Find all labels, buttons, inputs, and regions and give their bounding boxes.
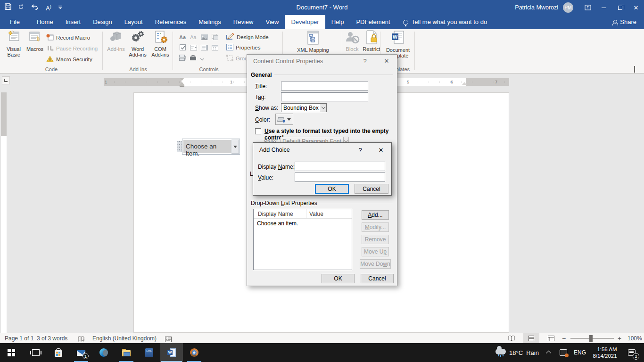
zoom-slider-thumb[interactable] — [589, 335, 593, 342]
share-button[interactable]: Share — [612, 15, 636, 29]
tab-developer[interactable]: Developer — [285, 15, 325, 29]
ccp-cancel-button[interactable]: Cancel — [361, 274, 394, 283]
word-count[interactable]: 3 of 3 words — [37, 333, 67, 344]
control-repeating-icon[interactable] — [178, 54, 187, 62]
list-item[interactable]: Choose an item. — [254, 219, 352, 227]
macro-security-button[interactable]: Macro Security — [46, 56, 92, 63]
mail-taskbar-button[interactable]: 1 — [70, 343, 92, 362]
web-layout-button[interactable] — [543, 333, 559, 344]
control-buildingblock-icon[interactable] — [211, 33, 219, 41]
tab-layout[interactable]: Layout — [118, 15, 149, 29]
properties-button[interactable]: Properties — [226, 44, 260, 51]
choices-list[interactable]: Display Name Value Choose an item. — [253, 209, 352, 270]
edge-taskbar-button[interactable] — [92, 343, 115, 362]
tab-stop-selector[interactable] — [2, 76, 10, 84]
value-input[interactable] — [295, 173, 385, 182]
store-taskbar-button[interactable] — [47, 343, 70, 362]
signed-in-user[interactable]: Patricia Mworozi — [515, 4, 558, 11]
tell-me-box[interactable]: Tell me what you want to do — [403, 15, 487, 29]
add-choice-cancel-button[interactable]: Cancel — [355, 184, 388, 194]
right-indent-marker[interactable] — [462, 82, 467, 85]
macros-button[interactable]: Macros — [25, 30, 44, 52]
record-macro-button[interactable]: Record Macro — [46, 34, 90, 41]
restrict-editing-button[interactable]: Restrict — [363, 30, 380, 52]
com-add-ins-button[interactable]: COM Add-ins — [149, 30, 171, 58]
zoom-level[interactable]: 100% — [627, 333, 642, 344]
tab-design[interactable]: Design — [87, 15, 118, 29]
tray-overflow-button[interactable] — [543, 343, 555, 362]
visual-basic-button[interactable]: Visual Basic — [3, 30, 25, 58]
ccp-dialog-title[interactable]: Content Control Properties — [247, 55, 397, 68]
ccp-close-button[interactable]: ✕ — [377, 55, 396, 68]
file-explorer-taskbar-button[interactable] — [115, 343, 138, 362]
task-view-button[interactable] — [25, 343, 47, 362]
chrome-taskbar-button[interactable] — [183, 343, 206, 362]
tab-insert[interactable]: Insert — [59, 15, 87, 29]
add-choice-close-button[interactable]: ✕ — [372, 144, 390, 157]
column-display-name[interactable]: Display Name — [254, 209, 306, 218]
word-taskbar-button[interactable]: W — [160, 343, 183, 362]
tab-pdfelement[interactable]: PDFelement — [350, 15, 396, 29]
tab-home[interactable]: Home — [31, 15, 59, 29]
read-mode-button[interactable] — [504, 333, 520, 344]
control-checkbox-icon[interactable] — [178, 43, 187, 51]
lms-app-taskbar-button[interactable]: LMS — [138, 343, 160, 362]
tab-help[interactable]: Help — [325, 15, 350, 29]
control-richtext-icon[interactable]: Aa — [178, 33, 187, 41]
avatar[interactable]: PM — [563, 2, 573, 13]
show-as-caret-icon[interactable] — [321, 104, 326, 112]
ccp-ok-button[interactable]: OK — [322, 274, 355, 283]
design-mode-button[interactable]: Design Mode — [226, 33, 269, 41]
action-center-button[interactable]: 2 — [621, 343, 642, 362]
zoom-out-button[interactable]: − — [562, 333, 566, 344]
display-name-input[interactable] — [295, 162, 385, 171]
title-input[interactable] — [281, 82, 368, 90]
content-control-dropdown-button[interactable] — [231, 140, 239, 154]
tab-mailings[interactable]: Mailings — [192, 15, 227, 29]
restore-button[interactable] — [612, 0, 628, 15]
clock[interactable]: 1:56 AM 8/14/2021 — [588, 343, 621, 362]
control-datepicker-icon[interactable] — [211, 43, 219, 51]
control-dropdownlist-icon[interactable] — [200, 43, 208, 51]
add-choice-ok-button[interactable]: OK — [315, 184, 349, 194]
tab-references[interactable]: References — [149, 15, 192, 29]
control-plaintext-icon[interactable]: Aa — [189, 33, 198, 41]
tab-review[interactable]: Review — [227, 15, 260, 29]
show-as-dropdown[interactable]: Bounding Box — [281, 103, 327, 112]
tab-view[interactable]: View — [259, 15, 285, 29]
xml-mapping-button[interactable]: XML Mapping — [293, 30, 333, 53]
color-picker-button[interactable] — [275, 114, 293, 125]
content-control[interactable]: Choose an item. — [177, 139, 240, 155]
legacy-tools-caret-icon[interactable] — [198, 55, 206, 63]
word-add-ins-button[interactable]: Word Add-ins — [127, 30, 149, 58]
zoom-in-button[interactable]: + — [618, 333, 621, 344]
page-indicator[interactable]: Page 1 of 1 — [5, 333, 33, 344]
tab-file[interactable]: File — [4, 15, 26, 29]
language-indicator[interactable]: English (United Kingdom) — [92, 333, 157, 344]
taskbar: 1 LMS W 18°C Rain ENG 1:56 AM 8/14/2021 … — [0, 343, 644, 362]
tag-input[interactable] — [281, 92, 368, 101]
close-button[interactable]: ✕ — [628, 0, 644, 15]
print-layout-button[interactable] — [523, 333, 539, 344]
content-control-handle-icon[interactable] — [177, 141, 182, 152]
vertical-ruler[interactable] — [1, 92, 7, 333]
weather-widget[interactable]: 18°C Rain — [491, 343, 543, 362]
minimize-button[interactable] — [596, 0, 612, 15]
control-legacy-tools-icon[interactable] — [189, 54, 198, 62]
tray-app-button[interactable] — [556, 343, 570, 362]
left-indent-marker[interactable] — [180, 85, 184, 87]
control-picture-icon[interactable] — [200, 33, 208, 41]
content-control-text[interactable]: Choose an item. — [183, 140, 231, 153]
add-button[interactable]: Add... — [362, 210, 389, 220]
add-choice-help-button[interactable]: ? — [351, 144, 370, 157]
column-value[interactable]: Value — [306, 209, 323, 218]
ccp-help-button[interactable]: ? — [355, 55, 374, 68]
add-choice-title[interactable]: Add Choice — [253, 143, 391, 157]
input-language-button[interactable]: ENG — [571, 343, 588, 362]
start-button[interactable] — [0, 343, 23, 362]
control-combobox-icon[interactable] — [189, 43, 198, 51]
collapse-ribbon-icon[interactable] — [634, 67, 635, 73]
first-line-indent-marker[interactable] — [180, 78, 184, 81]
use-style-checkbox[interactable] — [255, 128, 261, 134]
ribbon-display-options-icon[interactable] — [580, 0, 596, 15]
